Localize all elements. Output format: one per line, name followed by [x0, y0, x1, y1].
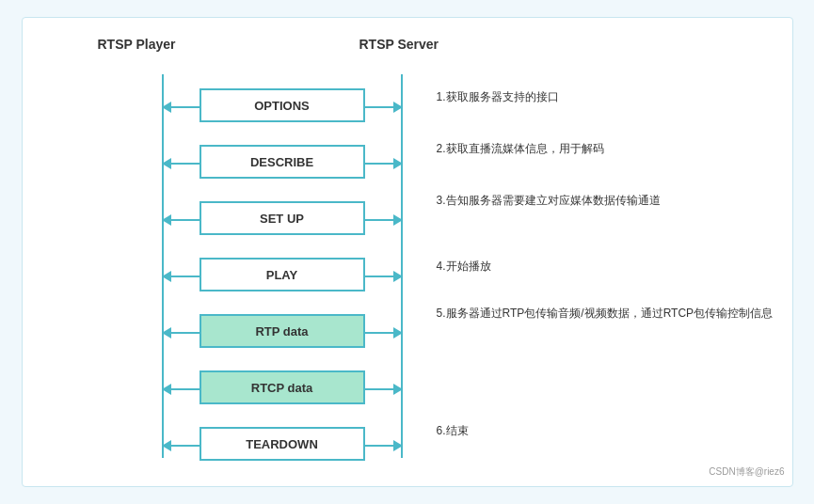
- message-row-teardown: TEARDOWN: [162, 427, 403, 465]
- player-label: RTSP Player: [98, 37, 176, 52]
- message-box-setup: SET UP: [200, 201, 365, 235]
- message-box-describe: DESCRIBE: [200, 145, 365, 179]
- desc-desc4: 4.开始播放: [437, 258, 783, 275]
- server-label: RTSP Server: [359, 37, 439, 52]
- message-row-options: OPTIONS: [162, 88, 403, 126]
- message-row-rtp: RTP data: [162, 314, 403, 352]
- watermark: CSDN博客@riez6: [709, 465, 784, 479]
- message-row-rtcp: RTCP data: [162, 370, 403, 408]
- message-row-play: PLAY: [162, 258, 403, 295]
- desc-desc3: 3.告知服务器需要建立对应媒体数据传输通道: [437, 192, 783, 209]
- message-row-setup: SET UP: [162, 201, 403, 239]
- message-box-teardown: TEARDOWN: [200, 427, 365, 461]
- message-row-describe: DESCRIBE: [162, 145, 403, 182]
- desc-desc6: 6.结束: [437, 422, 783, 439]
- message-box-play: PLAY: [200, 258, 365, 291]
- desc-desc5: 5.服务器通过RTP包传输音频/视频数据，通过RTCP包传输控制信息: [437, 305, 783, 322]
- diagram-container: RTSP Player RTSP Server OPTIONSDESCRIBES…: [22, 17, 793, 487]
- desc-desc2: 2.获取直播流媒体信息，用于解码: [437, 140, 783, 157]
- desc-desc1: 1.获取服务器支持的接口: [437, 88, 783, 105]
- message-box-rtp: RTP data: [200, 314, 365, 348]
- message-box-options: OPTIONS: [200, 88, 365, 122]
- message-box-rtcp: RTCP data: [200, 370, 365, 404]
